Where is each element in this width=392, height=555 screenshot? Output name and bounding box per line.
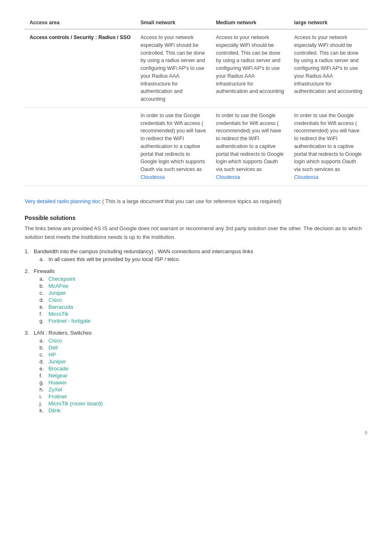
subletter-2c: c. <box>39 290 48 296</box>
row1-large: Access to your network especially WiFi s… <box>289 29 367 107</box>
list-item-2: 2. Firewalls a. Checkpoint b. McAFee c. … <box>25 268 367 324</box>
col-header-large: large network <box>289 16 367 29</box>
cloudessa-link-large[interactable]: Cloudessa <box>294 174 318 180</box>
subletter-2g: g. <box>39 318 48 324</box>
sublist-3-item-e: e. Brocade <box>39 365 367 372</box>
possible-solutions-section: Possible solutions The links below are p… <box>25 215 367 414</box>
subletter-2f: f. <box>39 311 48 317</box>
subletter-3i: i. <box>39 393 48 400</box>
row1-access-area: Access controls / Security : Radius / SS… <box>25 29 136 107</box>
firewall-fortinet-link[interactable]: Fortinet - fortigate <box>48 318 91 324</box>
sublist-1: a. In all cases this will be provided by… <box>25 256 367 262</box>
lan-huawei-link[interactable]: Huawei <box>48 379 66 386</box>
subletter-1a: a. <box>39 256 48 262</box>
row2-small: In order to use the Google credentials f… <box>136 107 211 185</box>
subletter-2d: d. <box>39 297 48 303</box>
possible-solutions-heading: Possible solutions <box>25 215 367 221</box>
subletter-2e: e. <box>39 304 48 310</box>
list-num-3: 3. <box>25 330 34 336</box>
row1-small: Access to your network especially WiFi s… <box>136 29 211 107</box>
sublist-3-item-h: h. ZyXel <box>39 386 367 393</box>
lan-netgear-link[interactable]: Netgear <box>48 372 67 379</box>
row2-access-area <box>25 107 136 185</box>
sublist-3-item-c: c. HP <box>39 352 367 358</box>
row2-medium: In order to use the Google credentials f… <box>211 107 289 185</box>
list-num-2: 2. <box>25 268 34 274</box>
firewall-barracuda-link[interactable]: Barracuda <box>48 304 73 310</box>
sublist-3-item-g: g. Huawei <box>39 379 367 386</box>
col-header-medium: Medium network <box>211 16 289 29</box>
ref-link-description: ( This is a large document that you can … <box>101 198 281 204</box>
cloudessa-link-medium[interactable]: Cloudessa <box>216 174 240 180</box>
list-label-3: LAN : Routers, Switches <box>34 330 92 336</box>
list-item-1: 1. Bandwidth into the campus (including … <box>25 248 367 262</box>
subletter-3f: f. <box>39 372 48 379</box>
sublist-2-item-d: d. Cisco <box>39 297 367 303</box>
sublist-3-item-d: d. Juniper <box>39 358 367 365</box>
sublist-3-item-a: a. Cisco <box>39 338 367 344</box>
sublist-2-item-f: f. MicroTik <box>39 311 367 317</box>
list-item-3: 3. LAN : Routers, Switches a. Cisco b. D… <box>25 330 367 414</box>
firewall-cisco-link[interactable]: Cisco <box>48 297 62 303</box>
cloudessa-link-small[interactable]: Cloudessa <box>141 174 165 180</box>
lan-dell-link[interactable]: Dell <box>48 345 58 351</box>
firewall-checkpoint-link[interactable]: Checkpoint <box>48 276 75 282</box>
table-row-2: In order to use the Google credentials f… <box>25 107 367 185</box>
solutions-list: 1. Bandwidth into the campus (including … <box>25 248 367 414</box>
subletter-3b: b. <box>39 345 48 351</box>
radio-planning-link[interactable]: Very detailed radio planning doc <box>25 198 101 204</box>
row2-large: In order to use the Google credentials f… <box>289 107 367 185</box>
lan-cisco-link[interactable]: Cisco <box>48 338 62 344</box>
list-num-1: 1. <box>25 248 34 254</box>
subletter-2a: a. <box>39 276 48 282</box>
table-row-1: Access controls / Security : Radius / SS… <box>25 29 367 107</box>
sublist-3-item-f: f. Netgear <box>39 372 367 379</box>
sublist-3: a. Cisco b. Dell c. HP d. Juniper e. B <box>25 338 367 414</box>
subletter-3c: c. <box>39 352 48 358</box>
lan-zyxel-link[interactable]: ZyXel <box>48 386 62 393</box>
subletter-3a: a. <box>39 338 48 344</box>
subletter-3k: k. <box>39 407 48 414</box>
subletter-3j: j. <box>39 400 48 407</box>
subtext-1a: In all cases this will be provided by yo… <box>48 256 180 262</box>
sublist-3-item-k: k. Dlink <box>39 407 367 414</box>
page-number: 9 <box>25 430 367 436</box>
sublist-3-item-i: i. Frotinet <box>39 393 367 400</box>
subletter-2b: b. <box>39 283 48 289</box>
lan-brocade-link[interactable]: Brocade <box>48 365 68 372</box>
access-area-table: Access area Small network Medium network… <box>25 16 367 186</box>
sublist-2-item-b: b. McAFee <box>39 283 367 289</box>
sublist-2-item-a: a. Checkpoint <box>39 276 367 282</box>
lan-frotinet-link[interactable]: Frotinet <box>48 393 67 400</box>
subletter-3e: e. <box>39 365 48 372</box>
firewall-microtik-link[interactable]: MicroTik <box>48 311 69 317</box>
subletter-3d: d. <box>39 358 48 365</box>
sublist-2-item-g: g. Fortinet - fortigate <box>39 318 367 324</box>
sublist-3-item-b: b. Dell <box>39 345 367 351</box>
subletter-3h: h. <box>39 386 48 393</box>
row1-medium: Access to your network especially WiFi s… <box>211 29 289 107</box>
firewall-mcafee-link[interactable]: McAFee <box>48 283 68 289</box>
lan-dlink-link[interactable]: Dlink <box>48 407 60 414</box>
subletter-3g: g. <box>39 379 48 386</box>
sublist-3-item-j: j. MicroTik (router board) <box>39 400 367 407</box>
lan-hp-link[interactable]: HP <box>48 352 56 358</box>
list-label-2: Firewalls <box>34 268 55 274</box>
list-label-1: Bandwidth into the campus (including red… <box>34 248 253 254</box>
sublist-2: a. Checkpoint b. McAFee c. Juniper d. Ci… <box>25 276 367 324</box>
possible-solutions-body: The links below are provided AS IS and G… <box>25 224 367 242</box>
sublist-1-item-a: a. In all cases this will be provided by… <box>39 256 367 262</box>
lan-microtik-link[interactable]: MicroTik (router board) <box>48 400 103 407</box>
firewall-juniper-link[interactable]: Juniper <box>48 290 66 296</box>
col-header-small: Small network <box>136 16 211 29</box>
col-header-access: Access area <box>25 16 136 29</box>
lan-juniper-link[interactable]: Juniper <box>48 358 66 365</box>
sublist-2-item-e: e. Barracuda <box>39 304 367 310</box>
reference-link-row: Very detailed radio planning doc ( This … <box>25 197 367 206</box>
sublist-2-item-c: c. Juniper <box>39 290 367 296</box>
